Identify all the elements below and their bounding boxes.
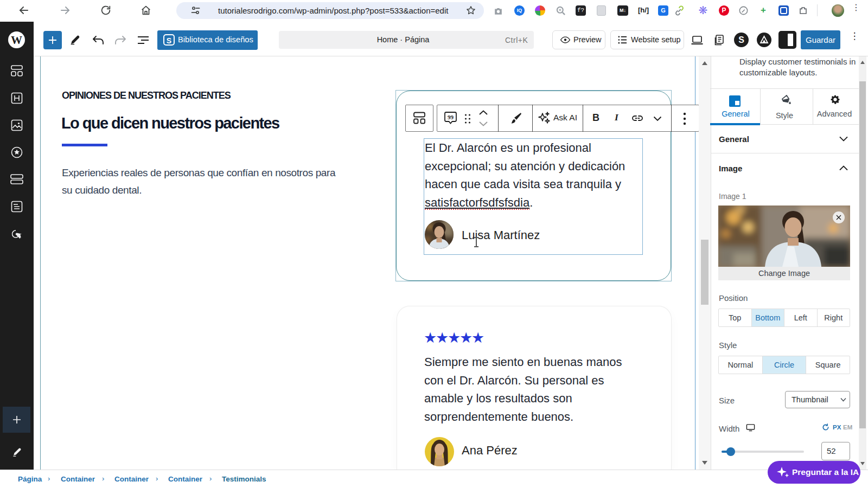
svg-text:W: W [11,34,22,47]
svg-text:99: 99 [448,114,454,120]
